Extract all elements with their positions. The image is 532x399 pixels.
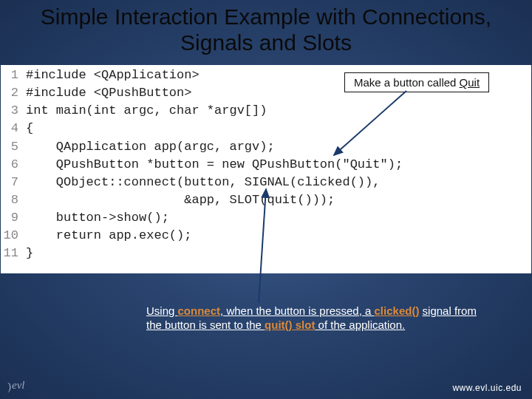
slide-title: Simple Interaction Example with Connecti… bbox=[0, 0, 532, 55]
code-block: 1#include <QApplication> 2#include <QPus… bbox=[1, 65, 531, 273]
code-text: 1#include <QApplication> 2#include <QPus… bbox=[1, 65, 531, 262]
footer-url: www.evl.uic.edu bbox=[452, 383, 522, 393]
callout-make-button: Make a button called Quit bbox=[344, 72, 489, 92]
explanation-note: Using connect, when the button is presse… bbox=[146, 304, 494, 332]
evl-logo: )evl bbox=[7, 379, 24, 392]
